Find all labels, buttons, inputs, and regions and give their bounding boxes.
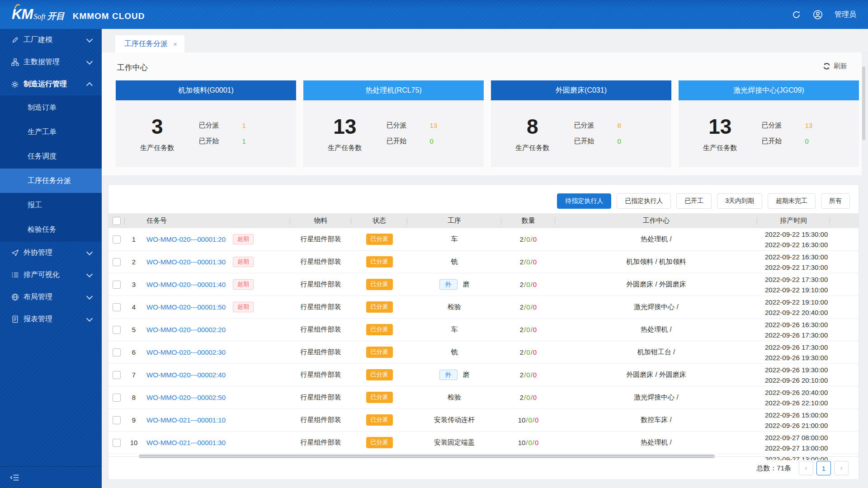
user-avatar-icon[interactable]	[813, 9, 823, 19]
task-count-label: 生产任务数	[328, 144, 362, 152]
refresh-button[interactable]: 刷新	[820, 61, 850, 71]
brand-title: KMMOM CLOUD	[73, 11, 145, 21]
row-checkbox[interactable]	[113, 235, 121, 244]
sidebar-item-layout[interactable]: 布局管理	[0, 286, 102, 308]
task-link[interactable]: WO-MMO-020---00002:30	[146, 348, 226, 356]
qty-cell: 2 / 0 / 0	[501, 348, 555, 356]
sidebar-item-scheduling-viz[interactable]: 排产可视化	[0, 264, 102, 286]
chevron-down-icon	[86, 249, 93, 255]
sidebar-item-work-report[interactable]: 报工	[0, 193, 102, 217]
row-checkbox[interactable]	[113, 394, 121, 402]
workcenter-card[interactable]: 外圆磨床(C031) 8 生产任务数 已分派8 已开始0	[491, 80, 671, 167]
row-checkbox[interactable]	[113, 348, 121, 357]
sidebar-item-task-scheduling[interactable]: 任务调度	[0, 144, 102, 169]
time-cell: 2022-09-26 16:30:002022-09-26 17:30:00	[757, 319, 830, 340]
sidebar-item-factory-modeling[interactable]: 工厂建模	[0, 29, 102, 51]
task-link[interactable]: WO-MMO-020---00002:20	[146, 326, 226, 333]
logo-soft-text: Soft	[33, 12, 45, 21]
process-cell: 外磨	[407, 279, 501, 290]
time-cell: 2022-09-26 15:00:002022-09-26 21:00:00	[757, 410, 830, 431]
tab-label: 工序任务分派	[124, 39, 168, 49]
workcenter-card[interactable]: 激光焊接中心(JGC09) 13 生产任务数 已分派13 已开始0	[679, 80, 859, 167]
row-checkbox[interactable]	[113, 371, 121, 379]
sidebar-item-production-orders[interactable]: 生产工单	[0, 120, 102, 144]
task-table-panel: 待指定执行人 已指定执行人 已开工 3天内到期 超期未完工 所有 任务号 物料 …	[108, 184, 859, 480]
material-cell: 行星组件部装	[290, 235, 351, 244]
chevron-down-icon	[86, 315, 93, 321]
assigned-label: 已分派	[762, 121, 790, 130]
filter-all[interactable]: 所有	[821, 193, 850, 209]
filter-pending-assignee[interactable]: 待指定执行人	[557, 193, 611, 209]
task-link[interactable]: WO-MMO-020---00001:50	[146, 303, 226, 311]
tab-process-task-dispatch[interactable]: 工序任务分派 ×	[115, 35, 184, 52]
collapse-sidebar-icon[interactable]	[10, 473, 21, 482]
row-checkbox[interactable]	[113, 281, 121, 289]
prev-page-button[interactable]: ‹	[799, 461, 813, 475]
row-checkbox[interactable]	[113, 439, 121, 447]
sidebar-nav: 工厂建模 主数据管理 制造运行管理 制造订单 生产工单 任务调度	[0, 29, 102, 330]
material-cell: 行星组件部装	[290, 258, 351, 266]
chevron-down-icon	[86, 58, 93, 64]
next-page-button[interactable]: ›	[834, 461, 849, 475]
task-link[interactable]: WO-MMO-020---00001:30	[146, 258, 226, 266]
filter-due-3-days[interactable]: 3天内到期	[717, 193, 762, 209]
row-checkbox[interactable]	[113, 326, 121, 334]
chevron-up-icon	[86, 82, 93, 88]
qty-cell: 2 / 0 / 0	[501, 394, 555, 401]
chevron-down-icon	[86, 36, 93, 42]
row-checkbox[interactable]	[113, 303, 121, 311]
material-cell: 行星组件部装	[290, 348, 351, 357]
pagination: 总数：71条 ‹ 1 ›	[108, 456, 859, 479]
table-row: 1 WO-MMO-020---00001:20超期 行星组件部装 已分派 车 2…	[108, 228, 859, 251]
material-cell: 行星组件部装	[290, 371, 351, 379]
row-checkbox[interactable]	[113, 258, 121, 266]
task-link[interactable]: WO-MMO-020---00001:40	[146, 281, 226, 288]
process-cell: 铣	[407, 348, 501, 357]
time-cell: 2022-09-22 17:30:002022-09-22 19:10:00	[757, 274, 830, 295]
status-badge: 已分派	[366, 256, 393, 267]
vertical-scrollbar[interactable]	[862, 66, 865, 140]
task-link[interactable]: WO-MMO-020---00002:40	[146, 371, 226, 379]
sidebar-item-manufacturing-ops[interactable]: 制造运行管理	[0, 73, 102, 95]
refresh-icon[interactable]	[791, 9, 801, 19]
sidebar-item-manufacturing-orders[interactable]: 制造订单	[0, 95, 102, 120]
material-cell: 行星组件部装	[290, 325, 351, 334]
workcenter-card[interactable]: 热处理机(RCL75) 13 生产任务数 已分派13 已开始0	[303, 80, 484, 167]
header-task-no: 任务号	[143, 213, 290, 228]
sidebar-item-inspection-tasks[interactable]: 检验任务	[0, 217, 102, 242]
sidebar-item-outsourcing[interactable]: 外协管理	[0, 242, 102, 264]
close-icon[interactable]: ×	[173, 40, 177, 48]
sidebar-item-process-task-dispatch[interactable]: 工序任务分派	[0, 169, 102, 193]
time-cell: 2022-09-27 08:00:002022-09-27 13:00:00	[757, 432, 830, 453]
qty-cell: 10 / 0 / 0	[501, 439, 555, 446]
qty-cell: 2 / 0 / 0	[501, 235, 555, 243]
overdue-badge: 超期	[233, 257, 254, 267]
table-row: 8 WO-MMO-020---00002:50 行星组件部装 已分派 检验 2 …	[108, 386, 859, 409]
qty-cell: 2 / 0 / 0	[501, 303, 555, 311]
workcenter-cell: 热处理机 /	[555, 325, 757, 334]
header-process: 工序	[407, 213, 501, 228]
filter-overdue[interactable]: 超期未完工	[768, 193, 816, 209]
row-checkbox[interactable]	[113, 416, 121, 424]
page-1-button[interactable]: 1	[816, 461, 831, 475]
task-link[interactable]: WO-MMO-020---00002:50	[146, 394, 226, 401]
overdue-badge: 超期	[233, 302, 254, 312]
qty-cell: 2 / 0 / 0	[501, 326, 555, 333]
row-index: 9	[125, 416, 143, 424]
process-cell: 外磨	[407, 370, 501, 380]
table-row: 6 WO-MMO-020---00002:30 行星组件部装 已分派 铣 2 /…	[108, 341, 859, 364]
filter-started[interactable]: 已开工	[676, 193, 712, 209]
sidebar-item-master-data[interactable]: 主数据管理	[0, 51, 102, 73]
current-user-label[interactable]: 管理员	[835, 10, 856, 19]
sidebar-item-reports[interactable]: 报表管理	[0, 308, 102, 330]
task-link[interactable]: WO-MMO-020---00001:20	[146, 235, 226, 243]
process-cell: 车	[407, 325, 501, 334]
task-link[interactable]: WO-MMO-021---00001:30	[146, 439, 226, 446]
workcenter-card[interactable]: 机加领料(G0001) 3 生产任务数 已分派1 已开始1	[116, 80, 296, 167]
select-all-checkbox[interactable]	[113, 217, 121, 225]
assigned-value: 8	[618, 122, 621, 129]
time-cell: 2022-09-22 16:30:002022-09-22 17:30:00	[757, 252, 830, 272]
assigned-label: 已分派	[387, 121, 415, 130]
filter-assigned-assignee[interactable]: 已指定执行人	[617, 193, 671, 209]
task-link[interactable]: WO-MMO-021---00001:10	[146, 416, 226, 424]
